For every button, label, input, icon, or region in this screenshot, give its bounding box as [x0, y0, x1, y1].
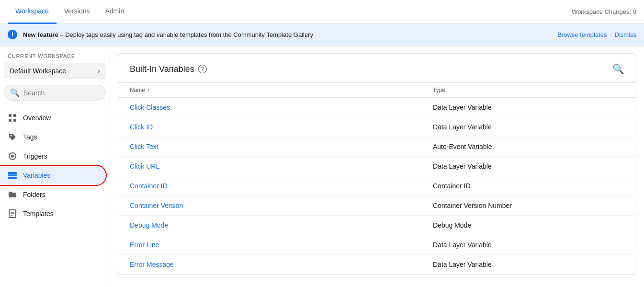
search-box[interactable]: 🔍 — [4, 85, 106, 101]
sidebar-item-tags-label: Tags — [23, 133, 37, 141]
svg-rect-1 — [13, 114, 16, 117]
table-row[interactable]: Error Message Data Layer Variable — [118, 255, 636, 275]
table-row[interactable]: Click Text Auto-Event Variable — [118, 137, 636, 157]
cell-type: Auto-Event Variable — [433, 143, 624, 150]
sidebar-item-overview-label: Overview — [23, 114, 51, 122]
cell-name: Error Message — [130, 261, 433, 268]
col-type-header: Type — [433, 87, 624, 93]
sidebar-item-triggers[interactable]: Triggers — [0, 147, 106, 166]
overview-icon — [8, 113, 17, 123]
panel-header: Built-In Variables ? 🔍 — [118, 54, 636, 83]
table-row[interactable]: Container ID Container ID — [118, 176, 636, 196]
info-icon: i — [8, 30, 17, 39]
sidebar-item-variables-label: Variables — [23, 172, 50, 179]
current-workspace-label: CURRENT WORKSPACE — [0, 46, 110, 61]
table-row[interactable]: Click ID Data Layer Variable — [118, 117, 636, 137]
sidebar-item-tags[interactable]: Tags — [0, 127, 106, 147]
svg-rect-3 — [13, 119, 16, 122]
col-name-header: Name ↑ — [130, 87, 433, 93]
panel-title: Built-In Variables ? — [130, 64, 207, 74]
chevron-right-icon: › — [98, 67, 100, 75]
svg-point-6 — [11, 155, 14, 158]
workspace-changes-label: Workspace Changes: 0 — [572, 8, 636, 15]
top-nav: Workspace Versions Admin Workspace Chang… — [0, 0, 644, 24]
sidebar-item-templates[interactable]: Templates — [0, 204, 106, 223]
cell-type: Data Layer Variable — [433, 261, 624, 268]
sidebar-item-folders[interactable]: Folders — [0, 185, 106, 204]
sidebar-item-variables[interactable]: Variables — [0, 166, 106, 185]
tab-workspace[interactable]: Workspace — [8, 0, 56, 24]
search-icon: 🔍 — [10, 88, 20, 97]
svg-rect-0 — [9, 114, 11, 117]
workspace-name: Default Workspace — [10, 67, 66, 75]
svg-rect-2 — [9, 119, 11, 122]
sidebar-item-folders-label: Folders — [23, 191, 45, 198]
cell-type: Container Version Number — [433, 202, 624, 209]
cell-name: Error Line — [130, 241, 433, 249]
nav-tabs: Workspace Versions Admin — [8, 0, 132, 24]
sidebar: CURRENT WORKSPACE Default Workspace › 🔍 … — [0, 46, 110, 286]
cell-name: Click Classes — [130, 103, 433, 111]
cell-name: Click Text — [130, 143, 433, 150]
sort-arrow-icon: ↑ — [147, 87, 150, 93]
content-panel: Built-In Variables ? 🔍 Name ↑ Type Click… — [118, 53, 636, 275]
folders-icon — [8, 190, 17, 199]
cell-type: Data Layer Variable — [433, 103, 624, 111]
cell-type: Data Layer Variable — [433, 123, 624, 131]
sidebar-item-triggers-label: Triggers — [23, 152, 47, 160]
cell-name: Container ID — [130, 182, 433, 190]
info-banner: i New feature – Deploy tags easily using… — [0, 24, 644, 46]
templates-icon — [8, 209, 17, 218]
sidebar-item-overview[interactable]: Overview — [0, 108, 106, 127]
nav-items: Overview Tags Triggers Variables — [0, 108, 110, 223]
content-area: Built-In Variables ? 🔍 Name ↑ Type Click… — [110, 46, 644, 286]
table-row[interactable]: Container Version Container Version Numb… — [118, 196, 636, 216]
cell-name: Click URL — [130, 162, 433, 170]
banner-text: New feature – Deploy tags easily using t… — [23, 31, 552, 38]
svg-point-4 — [11, 135, 12, 137]
table-row[interactable]: Error Line Data Layer Variable — [118, 235, 636, 255]
tags-icon — [8, 132, 17, 142]
main-layout: CURRENT WORKSPACE Default Workspace › 🔍 … — [0, 46, 644, 286]
svg-rect-9 — [8, 177, 17, 179]
dismiss-link[interactable]: Dismiss — [615, 31, 637, 38]
cell-type: Data Layer Variable — [433, 241, 624, 249]
sidebar-item-templates-label: Templates — [23, 210, 54, 218]
tab-versions[interactable]: Versions — [56, 0, 98, 24]
panel-search-icon[interactable]: 🔍 — [612, 63, 624, 75]
tab-admin[interactable]: Admin — [97, 0, 132, 24]
cell-type: Data Layer Variable — [433, 162, 624, 170]
search-input[interactable] — [23, 89, 100, 97]
table-header: Name ↑ Type — [118, 83, 636, 98]
table-row[interactable]: Debug Mode Debug Mode — [118, 216, 636, 235]
cell-type: Debug Mode — [433, 221, 624, 229]
svg-rect-7 — [8, 172, 17, 174]
help-icon[interactable]: ? — [198, 65, 207, 73]
cell-name: Debug Mode — [130, 221, 433, 229]
table-row[interactable]: Click Classes Data Layer Variable — [118, 98, 636, 117]
cell-type: Container ID — [433, 182, 624, 190]
browse-templates-link[interactable]: Browse templates — [557, 31, 607, 38]
cell-name: Click ID — [130, 123, 433, 131]
triggers-icon — [8, 151, 17, 161]
workspace-selector[interactable]: Default Workspace › — [4, 63, 106, 79]
table-body: Click Classes Data Layer Variable Click … — [118, 98, 636, 275]
table-row[interactable]: Click URL Data Layer Variable — [118, 157, 636, 176]
banner-actions: Browse templates Dismiss — [557, 31, 636, 38]
svg-rect-8 — [8, 174, 17, 176]
variables-icon — [8, 171, 17, 180]
cell-name: Container Version — [130, 202, 433, 209]
